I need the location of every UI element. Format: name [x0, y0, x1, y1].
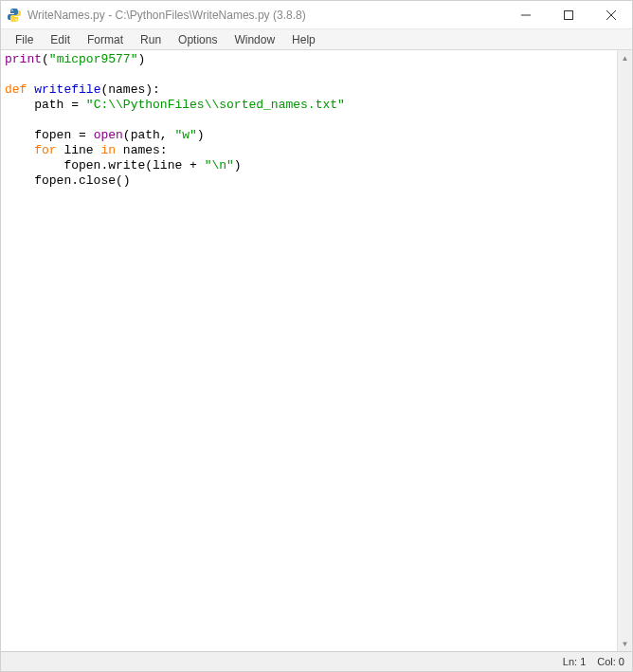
code-token: for — [34, 143, 56, 157]
app-icon — [7, 8, 22, 23]
code-token: writefile — [34, 82, 100, 97]
code-token: "C:\\PythonFiles\\sorted_names.txt" — [86, 98, 345, 112]
code-token: "w" — [174, 128, 196, 142]
menu-options[interactable]: Options — [170, 31, 226, 48]
editor-area: print("micpor9577") def writefile(names)… — [1, 50, 632, 651]
code-token: path = — [5, 98, 86, 112]
menu-window[interactable]: Window — [226, 31, 283, 48]
code-token: names: — [116, 143, 168, 157]
code-editor[interactable]: print("micpor9577") def writefile(names)… — [1, 50, 617, 651]
code-token: ) — [137, 52, 145, 66]
code-token: ) — [197, 128, 205, 142]
status-col: Col: 0 — [597, 656, 624, 667]
code-token: fopen = — [5, 128, 94, 142]
window-title: WriteNames.py - C:\PythonFiles\WriteName… — [27, 9, 504, 22]
scroll-down-icon[interactable]: ▼ — [618, 636, 632, 651]
code-token: ) — [234, 158, 242, 173]
menu-help[interactable]: Help — [283, 31, 324, 48]
code-token: fopen.close() — [5, 173, 131, 188]
menu-edit[interactable]: Edit — [42, 31, 79, 48]
code-token: def — [5, 82, 27, 97]
code-token: (path, — [123, 128, 175, 142]
menu-format[interactable]: Format — [79, 31, 132, 48]
code-token: print — [5, 52, 42, 66]
status-line: Ln: 1 — [563, 656, 586, 667]
maximize-button[interactable] — [547, 1, 589, 28]
code-token: "\n" — [205, 158, 234, 173]
code-token: fopen.write(line + — [5, 158, 205, 173]
code-token: line — [57, 143, 101, 157]
svg-rect-3 — [564, 10, 572, 19]
svg-point-0 — [11, 9, 13, 11]
code-token: "micpor9577" — [49, 52, 138, 66]
scroll-track[interactable] — [618, 65, 632, 636]
code-token: open — [94, 128, 123, 142]
code-token: (names): — [100, 82, 159, 97]
menu-run[interactable]: Run — [132, 31, 170, 48]
menu-file[interactable]: File — [7, 31, 42, 48]
window-controls — [504, 1, 632, 28]
svg-point-1 — [15, 19, 17, 21]
statusbar: Ln: 1 Col: 0 — [1, 651, 632, 671]
code-token: in — [100, 143, 116, 157]
code-token — [5, 143, 34, 157]
scroll-up-icon[interactable]: ▲ — [618, 50, 632, 65]
menubar: File Edit Format Run Options Window Help — [1, 29, 632, 50]
close-button[interactable] — [589, 1, 632, 28]
titlebar: WriteNames.py - C:\PythonFiles\WriteName… — [1, 1, 632, 29]
vertical-scrollbar[interactable]: ▲ ▼ — [617, 50, 632, 651]
minimize-button[interactable] — [504, 1, 547, 28]
code-token: ( — [42, 52, 49, 66]
